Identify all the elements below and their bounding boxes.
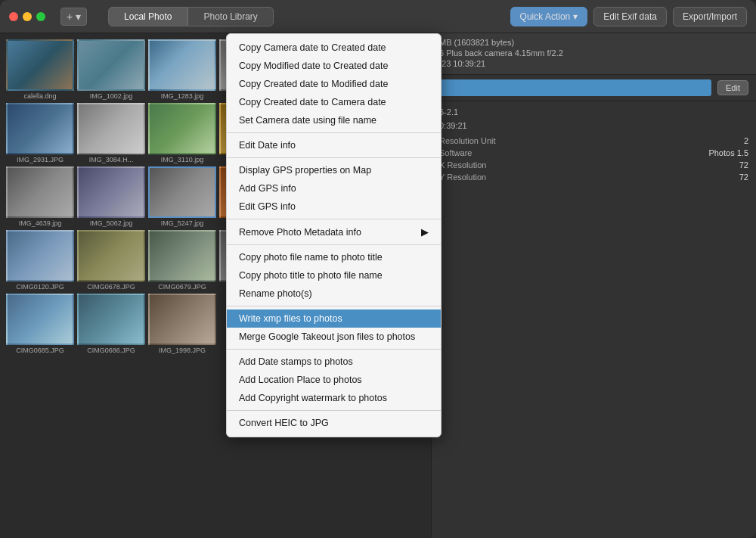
submenu-arrow-icon: ▶ <box>421 226 429 238</box>
datetime-value: :23 10:39:21 <box>439 59 485 68</box>
menu-item-add-gps[interactable]: Add GPS info <box>227 179 441 197</box>
photo-filename: IMG_1283.jpg <box>161 92 204 100</box>
menu-item-set-camera-date[interactable]: Set Camera date using file name <box>227 111 441 129</box>
menu-item-merge-google[interactable]: Merge Google Takeout json files to photo… <box>227 328 441 346</box>
file-size-line: MB (1603821 bytes) <box>439 38 748 47</box>
edit-exif-button[interactable]: Edit Exif data <box>593 7 667 26</box>
list-item[interactable]: IMG_4639.jpg <box>6 166 74 227</box>
maximize-button[interactable] <box>36 12 45 21</box>
main-content: calella.dng IMG_1002.jpg IMG_1283.jpg IM… <box>0 33 756 538</box>
file-info-header: MB (1603821 bytes) 6 Plus back camera 4.… <box>432 33 756 75</box>
photo-thumbnail[interactable] <box>77 103 145 154</box>
menu-item-add-copyright[interactable]: Add Copyright watermark to photos <box>227 389 441 407</box>
title-bar: + ▾ Local Photo Photo Library Quick Acti… <box>0 0 756 33</box>
menu-item-remove-metadata[interactable]: Remove Photo Metadata info ▶ <box>227 222 441 241</box>
list-item[interactable]: calella.dng <box>6 39 74 100</box>
photo-thumbnail[interactable] <box>6 39 74 91</box>
file-size-value: MB (1603821 bytes) <box>439 38 514 47</box>
photo-thumbnail[interactable] <box>77 230 145 281</box>
menu-item-copy-filename-title[interactable]: Copy photo file name to photo title <box>227 248 441 266</box>
add-button[interactable]: + ▾ <box>60 8 87 26</box>
datetime-line: :23 10:39:21 <box>439 59 748 68</box>
edit-confirm-button[interactable]: Edit <box>717 80 748 95</box>
camera-model-value: 6 Plus back camera 4.15mm f/2.2 <box>439 48 563 58</box>
photo-thumbnail[interactable] <box>6 230 74 281</box>
photo-thumbnail[interactable] <box>148 294 216 345</box>
menu-separator <box>227 157 441 158</box>
right-panel: MB (1603821 bytes) 6 Plus back camera 4.… <box>431 33 756 538</box>
menu-item-write-xmp[interactable]: Write xmp files to photos <box>227 309 441 328</box>
photo-thumbnail[interactable] <box>6 294 74 345</box>
menu-item-edit-gps[interactable]: Edit GPS info <box>227 197 441 216</box>
list-item[interactable]: CIMG0686.JPG <box>77 294 145 354</box>
datetime2-value: 0:39:21 <box>439 121 467 130</box>
list-item[interactable]: CIMG0678.JPG <box>77 230 145 291</box>
photo-filename: calella.dng <box>23 92 56 100</box>
list-item[interactable]: CIMG0120.JPG <box>6 230 74 291</box>
meta-section: 6-2.1 0:39:21 Resolution Unit 2 Software… <box>432 101 756 189</box>
photo-thumbnail[interactable] <box>6 103 74 154</box>
tab-group: Local Photo Photo Library <box>108 7 274 26</box>
photo-thumbnail[interactable] <box>77 166 145 218</box>
menu-item-copy-created-modified[interactable]: Copy Created date to Modified date <box>227 75 441 93</box>
list-item[interactable]: IMG_5062.jpg <box>77 166 145 227</box>
exif-edit-input[interactable] <box>439 79 711 96</box>
menu-item-add-date-stamps[interactable]: Add Date stamps to photos <box>227 353 441 371</box>
menu-item-convert-heic[interactable]: Convert HEIC to JPG <box>227 414 441 432</box>
list-item[interactable]: IMG_1002.jpg <box>77 39 145 100</box>
camera-info-value: 6-2.1 <box>439 107 458 117</box>
tab-photo-library[interactable]: Photo Library <box>187 7 273 26</box>
close-button[interactable] <box>9 12 18 21</box>
menu-item-display-gps[interactable]: Display GPS properties on Map <box>227 161 441 179</box>
photo-thumbnail[interactable] <box>77 39 145 91</box>
menu-item-edit-date-info[interactable]: Edit Date info <box>227 136 441 154</box>
photo-thumbnail[interactable] <box>77 294 145 345</box>
photo-thumbnail[interactable] <box>148 230 216 281</box>
menu-separator <box>227 410 441 411</box>
photo-filename: IMG_3110.jpg <box>161 156 204 163</box>
photo-filename: IMG_5247.jpg <box>161 219 204 227</box>
menu-separator <box>227 219 441 219</box>
photo-thumbnail[interactable] <box>148 103 216 154</box>
menu-item-copy-modified-date[interactable]: Copy Modified date to Created date <box>227 57 441 75</box>
edit-row: Edit <box>432 75 756 101</box>
menu-item-rename-photos[interactable]: Rename photo(s) <box>227 285 441 303</box>
list-item[interactable]: IMG_5247.jpg <box>148 166 216 227</box>
meta-value: 72 <box>739 173 748 182</box>
minimize-button[interactable] <box>23 12 32 21</box>
list-item[interactable]: CIMG0685.JPG <box>6 294 74 354</box>
header-actions: Quick Action ▾ Edit Exif data Export/Imp… <box>510 7 747 26</box>
camera-model-line: 6 Plus back camera 4.15mm f/2.2 <box>439 48 748 58</box>
list-item[interactable]: IMG_3084.H... <box>77 103 145 163</box>
tab-local-photo[interactable]: Local Photo <box>108 7 187 26</box>
photo-thumbnail[interactable] <box>6 166 74 218</box>
datetime2-line: 0:39:21 <box>439 121 748 130</box>
export-import-button[interactable]: Export/Import <box>673 7 747 26</box>
list-item[interactable]: CIMG0679.JPG <box>148 230 216 291</box>
list-item[interactable]: IMG_2931.JPG <box>6 103 74 163</box>
menu-separator <box>227 349 441 350</box>
list-item[interactable]: IMG_1998.JPG <box>148 294 216 354</box>
photo-thumbnail[interactable] <box>148 39 216 91</box>
list-item[interactable]: IMG_1283.jpg <box>148 39 216 100</box>
photo-filename: CIMG0685.JPG <box>16 347 64 354</box>
meta-value: 72 <box>739 160 748 169</box>
menu-item-copy-created-camera[interactable]: Copy Created date to Camera date <box>227 93 441 111</box>
quick-action-button[interactable]: Quick Action ▾ <box>510 7 588 26</box>
meta-key: X Resolution <box>439 160 486 169</box>
photo-filename: CIMG0120.JPG <box>16 283 64 291</box>
photo-filename: CIMG0686.JPG <box>87 347 135 354</box>
photo-filename: CIMG0678.JPG <box>87 283 135 291</box>
menu-separator <box>227 132 441 133</box>
menu-item-copy-title-filename[interactable]: Copy photo title to photo file name <box>227 266 441 285</box>
menu-item-add-location[interactable]: Add Location Place to photos <box>227 371 441 389</box>
photo-filename: IMG_4639.jpg <box>19 219 62 227</box>
photo-thumbnail[interactable] <box>148 166 216 218</box>
meta-row: Software Photos 1.5 <box>439 147 748 159</box>
quick-action-dropdown: Copy Camera date to Created date Copy Mo… <box>226 33 442 437</box>
list-item[interactable]: IMG_3110.jpg <box>148 103 216 163</box>
meta-key: Y Resolution <box>439 173 486 182</box>
photo-filename: IMG_1002.jpg <box>90 92 133 100</box>
menu-item-copy-camera-date[interactable]: Copy Camera date to Created date <box>227 39 441 57</box>
camera-info-line: 6-2.1 <box>439 107 748 117</box>
